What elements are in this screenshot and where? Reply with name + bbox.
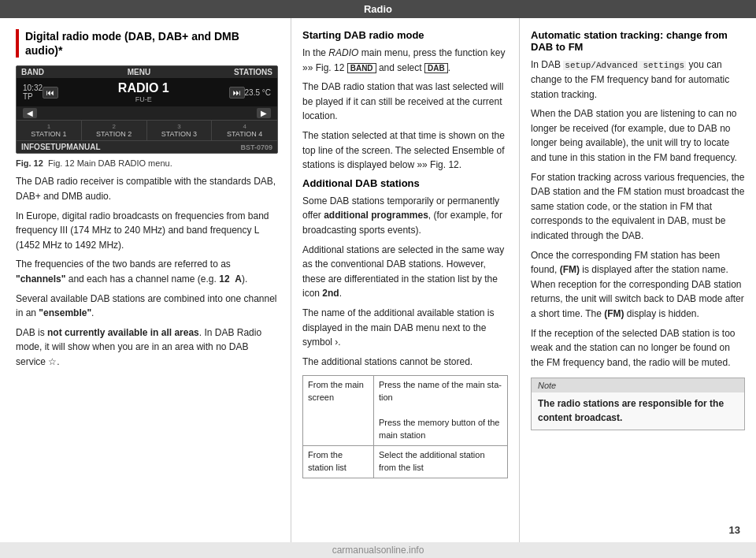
mid-para-6: The name of the additional available sta… — [302, 306, 508, 350]
setup-label: SETUP — [40, 143, 66, 151]
note-box: Note The radio stations are responsible … — [531, 378, 745, 430]
mid-para-7: The additional stations cannot be stored… — [302, 355, 508, 370]
station-3[interactable]: 3 STATION 3 — [147, 121, 213, 140]
radio-tp: TP — [23, 92, 33, 101]
stations-row: 1 STATION 1 2 STATION 2 3 STATION 3 4 ST… — [17, 120, 277, 140]
right-para-4: Once the corresponding FM station has be… — [531, 248, 745, 322]
watermark: carmanualsonline.info — [0, 542, 756, 558]
menu-label: MENU — [128, 68, 150, 76]
note-body: The radio stations are responsible for t… — [532, 392, 744, 430]
left-para-2: In Europe, digital radio broadcasts on f… — [16, 209, 278, 253]
mid-heading-1: Starting DAB radio mode — [302, 29, 508, 41]
mid-para-2: The DAB radio station that was last sele… — [302, 80, 508, 124]
mid-column: Starting DAB radio mode In the RADIO mai… — [291, 18, 520, 542]
stations-label: STATIONS — [234, 68, 272, 76]
fig-caption: Fig. 12 Fig. 12 Main DAB RADIO menu. — [16, 158, 278, 168]
mid-para-1: In the RADIO main menu, press the functi… — [302, 46, 508, 75]
radio-ui-mockup: BAND MENU STATIONS 10:32 TP ⏮ RADIO 1 FU… — [16, 65, 278, 154]
right-para-1: In DAB setup/Advanced settings you can c… — [531, 58, 745, 102]
mid-para-4: Some DAB stations temporarily or perma­n… — [302, 194, 508, 238]
left-para-1: The DAB radio receiver is compatible wit… — [16, 174, 278, 203]
left-para-5: DAB is not currently available in all ar… — [16, 326, 278, 370]
nav-right[interactable]: ▶ — [257, 108, 271, 118]
table-row-2: From the station list Select the additio… — [303, 445, 508, 478]
nav-left[interactable]: ◀ — [23, 108, 37, 118]
right-column: Automatic station tracking: change from … — [520, 18, 756, 542]
station-4[interactable]: 4 STATION 4 — [212, 121, 277, 140]
right-para-3: For station tracking across various freq… — [531, 170, 745, 244]
manual-label: MANUAL — [66, 143, 100, 151]
radio-temp: 23.5 °C — [245, 88, 271, 97]
radio-station-sub: FU-E — [58, 95, 229, 103]
info-label: INFO — [21, 143, 40, 151]
mid-para-3: The station selected at that time is sho… — [302, 128, 508, 173]
station-1[interactable]: 1 STATION 1 — [17, 121, 82, 140]
header-bar: Radio — [0, 0, 756, 18]
dab-code: setup/Advanced settings — [563, 61, 686, 70]
mid-heading-2: Additional DAB stations — [302, 177, 508, 189]
prev-button[interactable]: ⏮ — [43, 87, 58, 99]
right-para-2: When the DAB station you are listening t… — [531, 106, 745, 165]
radio-time: 10:32 — [23, 84, 43, 92]
left-para-3: The frequencies of the two bands are ref… — [16, 257, 278, 286]
table-cell-1-1: From the main screen — [303, 376, 374, 446]
page-number: 13 — [729, 524, 740, 536]
table-cell-2-2: Select the additional station from the l… — [374, 445, 508, 478]
station-2[interactable]: 2 STATION 2 — [82, 121, 147, 140]
band-label: BAND — [21, 68, 44, 76]
code-label: BST-0709 — [240, 143, 272, 151]
info-table: From the main screen Press the name of t… — [302, 375, 508, 478]
right-heading-1: Automatic station tracking: change from … — [531, 29, 745, 53]
left-column: Digital radio mode (DAB, DAB+ and DMB au… — [0, 18, 291, 542]
right-para-5: If the reception of the selected DAB sta… — [531, 326, 745, 370]
table-cell-2-1: From the station list — [303, 445, 374, 478]
radio-station-name: RADIO 1 — [58, 81, 229, 95]
next-button[interactable]: ⏭ — [229, 87, 245, 99]
table-cell-1-2: Press the name of the main sta­tion Pres… — [374, 376, 508, 446]
mid-para-5: Additional stations are selected in the … — [302, 243, 508, 301]
header-title: Radio — [364, 3, 392, 15]
table-row-1: From the main screen Press the name of t… — [303, 376, 508, 446]
left-para-4: Several available DAB stations are combi… — [16, 292, 278, 321]
note-header: Note — [532, 378, 744, 392]
section-title: Digital radio mode (DAB, DAB+ and DMB au… — [16, 29, 278, 58]
left-text-block: The DAB radio receiver is compatible wit… — [16, 174, 278, 369]
